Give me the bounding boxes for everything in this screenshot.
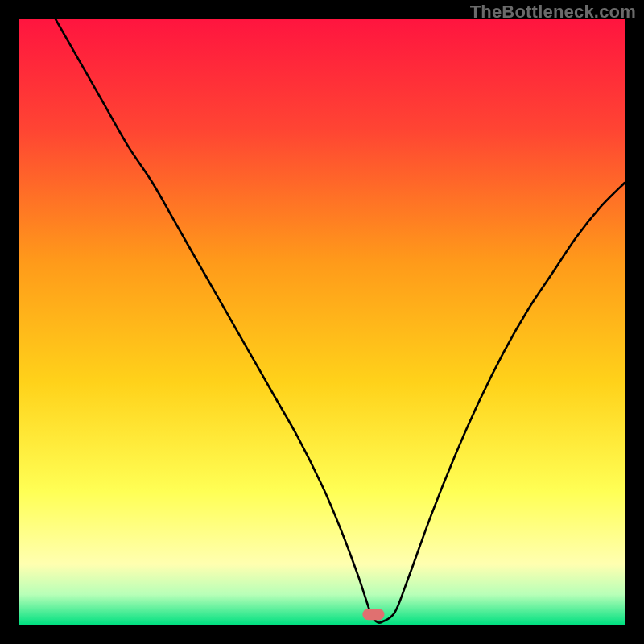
chart-frame: TheBottleneck.com xyxy=(0,0,644,644)
optimal-marker xyxy=(362,609,384,620)
gradient-background xyxy=(19,19,625,625)
attribution-text: TheBottleneck.com xyxy=(470,2,636,23)
bottleneck-chart xyxy=(19,19,625,625)
